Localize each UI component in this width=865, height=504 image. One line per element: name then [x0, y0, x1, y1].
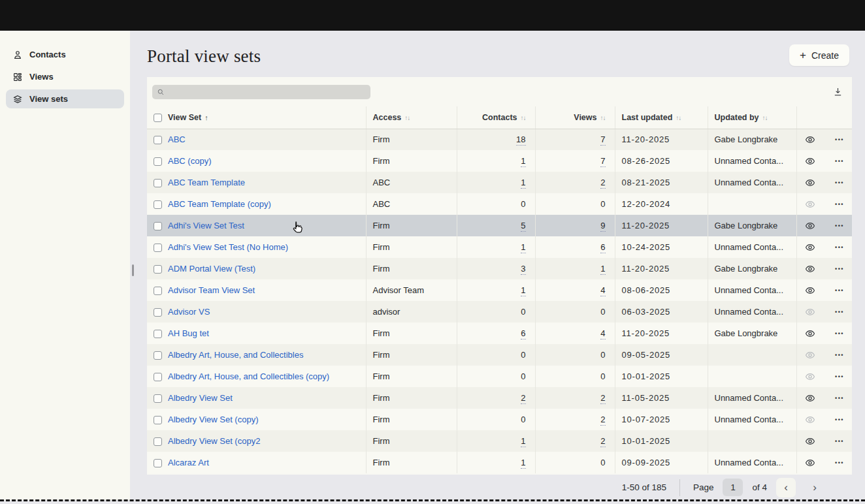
table-row[interactable]: Albedry Art, House, and Collectibles (co… — [147, 366, 852, 387]
row-checkbox[interactable] — [154, 459, 162, 467]
row-menu-button[interactable]: ••• — [835, 395, 844, 402]
table-row[interactable]: Adhi's View Set Test (No Home) Firm 1 6 … — [147, 236, 852, 258]
table-row[interactable]: ABC Team Template ABC 1 2 08-21-2025 Unn… — [147, 172, 852, 193]
column-header-views[interactable]: Views↑↓ — [535, 106, 615, 129]
row-checkbox[interactable] — [154, 394, 162, 403]
view-set-link[interactable]: AH Bug tet — [168, 328, 209, 338]
column-header-last-updated[interactable]: Last updated↑↓ — [615, 106, 708, 129]
view-set-link[interactable]: Albedry View Set — [168, 393, 233, 403]
row-checkbox[interactable] — [154, 373, 162, 381]
preview-eye-button[interactable] — [805, 458, 815, 468]
row-checkbox[interactable] — [154, 265, 162, 274]
preview-eye-button[interactable] — [805, 156, 815, 166]
preview-eye-button[interactable] — [805, 307, 815, 317]
table-row[interactable]: Albedry View Set (copy2 Firm 1 2 10-01-2… — [147, 430, 852, 452]
sidebar-item-views[interactable]: Views — [6, 67, 124, 86]
preview-eye-button[interactable] — [805, 264, 815, 274]
sort-icon[interactable]: ↑↓ — [600, 114, 606, 121]
view-set-link[interactable]: Albedry View Set (copy) — [168, 415, 259, 424]
row-checkbox[interactable] — [154, 351, 162, 360]
create-button[interactable]: + Create — [789, 44, 849, 66]
sort-icon[interactable]: ↑↓ — [404, 114, 410, 121]
sort-icon[interactable]: ↑↓ — [521, 114, 526, 121]
row-checkbox[interactable] — [154, 179, 162, 187]
row-checkbox[interactable] — [154, 287, 162, 295]
table-row[interactable]: ABC Team Template (copy) ABC 0 0 12-20-2… — [147, 193, 852, 215]
view-set-link[interactable]: Alcaraz Art — [168, 458, 209, 467]
table-row[interactable]: ABC Firm 18 7 11-20-2025 Gabe Longbrake … — [147, 129, 852, 150]
row-checkbox[interactable] — [154, 437, 162, 446]
preview-eye-button[interactable] — [805, 199, 815, 210]
row-checkbox[interactable] — [154, 308, 162, 317]
sort-icon[interactable]: ↑↓ — [762, 114, 768, 121]
row-menu-button[interactable]: ••• — [835, 309, 844, 315]
table-row[interactable]: Advisor Team View Set Advisor Team 1 4 0… — [147, 279, 852, 301]
table-row[interactable]: Albedry View Set (copy) Firm 0 2 10-07-2… — [147, 409, 852, 430]
row-menu-button[interactable]: ••• — [835, 287, 844, 294]
view-set-link[interactable]: Adhi's View Set Test (No Home) — [168, 242, 288, 252]
row-checkbox[interactable] — [154, 200, 162, 209]
table-row[interactable]: Albedry View Set Firm 2 2 11-05-2025 Unn… — [147, 387, 852, 409]
sidebar-item-contacts[interactable]: Contacts — [6, 45, 124, 64]
sidebar-resize-handle[interactable] — [132, 264, 134, 276]
view-set-link[interactable]: Advisor Team View Set — [168, 285, 255, 295]
view-set-link[interactable]: Albedry Art, House, and Collectibles (co… — [168, 371, 329, 381]
view-set-link[interactable]: Advisor VS — [168, 307, 210, 317]
column-header-access[interactable]: Access↑↓ — [366, 106, 457, 129]
sort-icon[interactable]: ↑↓ — [676, 114, 681, 121]
row-menu-button[interactable]: ••• — [835, 460, 844, 466]
preview-eye-button[interactable] — [805, 328, 815, 339]
row-menu-button[interactable]: ••• — [835, 244, 844, 251]
row-menu-button[interactable]: ••• — [835, 352, 844, 358]
column-header-updated-by[interactable]: Updated by↑↓ — [708, 106, 796, 129]
row-checkbox[interactable] — [154, 330, 162, 338]
select-all-checkbox[interactable] — [154, 114, 162, 122]
preview-eye-button[interactable] — [805, 350, 815, 360]
row-menu-button[interactable]: ••• — [835, 266, 844, 272]
search-input[interactable] — [168, 87, 366, 97]
table-row[interactable]: ADM Portal View (Test) Firm 3 1 11-20-20… — [147, 258, 852, 279]
view-set-link[interactable]: Albedry View Set (copy2 — [168, 436, 260, 446]
row-menu-button[interactable]: ••• — [835, 438, 844, 445]
view-set-link[interactable]: ABC Team Template — [168, 178, 245, 187]
view-set-link[interactable]: Albedry Art, House, and Collectibles — [168, 350, 303, 360]
preview-eye-button[interactable] — [805, 415, 815, 425]
download-button[interactable] — [833, 87, 843, 97]
row-menu-button[interactable]: ••• — [835, 180, 844, 186]
table-row[interactable]: Alcaraz Art Firm 1 0 09-09-2025 Unnamed … — [147, 452, 852, 473]
search-box[interactable] — [152, 85, 370, 99]
preview-eye-button[interactable] — [805, 134, 815, 145]
row-checkbox[interactable] — [154, 416, 162, 424]
table-row[interactable]: Adhi's View Set Test Firm 5 9 11-20-2025… — [147, 215, 852, 236]
table-row[interactable]: Albedry Art, House, and Collectibles Fir… — [147, 344, 852, 366]
column-header-contacts[interactable]: Contacts↑↓ — [457, 106, 535, 129]
row-checkbox[interactable] — [154, 244, 162, 252]
prev-page-button[interactable]: ‹ — [776, 478, 796, 497]
preview-eye-button[interactable] — [805, 242, 815, 253]
row-menu-button[interactable]: ••• — [835, 417, 844, 423]
table-row[interactable]: ABC (copy) Firm 1 7 08-26-2025 Unnamed C… — [147, 150, 852, 172]
table-row[interactable]: Advisor VS advisor 0 0 06-03-2025 Unname… — [147, 301, 852, 323]
table-row[interactable]: AH Bug tet Firm 6 4 11-20-2025 Gabe Long… — [147, 323, 852, 344]
row-menu-button[interactable]: ••• — [835, 373, 844, 380]
view-set-link[interactable]: ABC Team Template (copy) — [168, 199, 271, 209]
row-checkbox[interactable] — [154, 222, 162, 230]
view-set-link[interactable]: ABC (copy) — [168, 156, 211, 166]
row-checkbox[interactable] — [154, 136, 162, 144]
view-set-link[interactable]: ABC — [168, 134, 186, 144]
preview-eye-button[interactable] — [805, 371, 815, 382]
sort-asc-icon[interactable]: ↑ — [204, 114, 208, 121]
row-menu-button[interactable]: ••• — [835, 136, 844, 143]
preview-eye-button[interactable] — [805, 285, 815, 296]
column-header-view-set[interactable]: View Set↑ — [147, 106, 366, 129]
row-menu-button[interactable]: ••• — [835, 201, 844, 208]
page-number-input[interactable]: 1 — [723, 479, 743, 496]
row-checkbox[interactable] — [154, 157, 162, 166]
row-menu-button[interactable]: ••• — [835, 158, 844, 165]
row-menu-button[interactable]: ••• — [835, 223, 844, 229]
preview-eye-button[interactable] — [805, 436, 815, 447]
view-set-link[interactable]: ADM Portal View (Test) — [168, 264, 255, 274]
preview-eye-button[interactable] — [805, 178, 815, 188]
row-menu-button[interactable]: ••• — [835, 330, 844, 337]
view-set-link[interactable]: Adhi's View Set Test — [168, 221, 244, 230]
